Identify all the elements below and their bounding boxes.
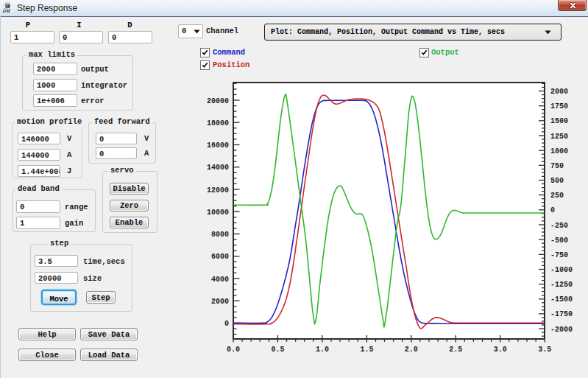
svg-text:4000: 4000	[211, 276, 229, 284]
svg-text:1.5: 1.5	[360, 346, 373, 354]
svg-text:-1500: -1500	[550, 295, 573, 304]
svg-text:500: 500	[550, 177, 564, 185]
svg-text:3.5: 3.5	[538, 346, 551, 354]
svg-text:10000: 10000	[207, 209, 229, 217]
svg-text:20000: 20000	[207, 97, 229, 105]
svg-text:750: 750	[550, 162, 564, 170]
svg-text:-750: -750	[550, 251, 568, 259]
svg-text:0.0: 0.0	[227, 346, 240, 354]
svg-text:2.0: 2.0	[405, 346, 418, 354]
svg-text:18000: 18000	[207, 119, 229, 127]
svg-text:14000: 14000	[207, 164, 229, 172]
svg-text:-1750: -1750	[550, 310, 573, 318]
svg-text:1.0: 1.0	[316, 346, 329, 354]
svg-text:-500: -500	[550, 237, 568, 245]
svg-text:-1250: -1250	[550, 281, 573, 289]
svg-text:250: 250	[550, 192, 564, 200]
svg-text:8000: 8000	[211, 231, 229, 239]
svg-text:1250: 1250	[550, 133, 568, 141]
svg-text:0.5: 0.5	[271, 346, 284, 354]
svg-text:1000: 1000	[550, 147, 568, 155]
svg-text:1500: 1500	[550, 117, 568, 125]
svg-text:1750: 1750	[550, 102, 568, 111]
svg-text:2000: 2000	[211, 298, 229, 306]
svg-text:-250: -250	[550, 222, 568, 230]
svg-text:12000: 12000	[207, 186, 229, 195]
svg-text:2.5: 2.5	[449, 346, 462, 354]
svg-text:0: 0	[550, 206, 555, 214]
svg-text:-2000: -2000	[550, 326, 573, 334]
svg-text:3.0: 3.0	[494, 346, 507, 354]
svg-text:-1000: -1000	[550, 266, 573, 274]
svg-text:0: 0	[224, 320, 229, 328]
svg-text:16000: 16000	[207, 141, 229, 150]
svg-text:2000: 2000	[550, 88, 568, 96]
svg-text:6000: 6000	[211, 253, 229, 261]
